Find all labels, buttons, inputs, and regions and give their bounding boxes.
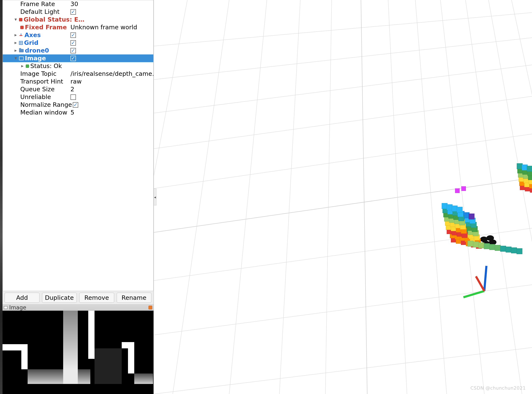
remove-button[interactable]: Remove	[79, 293, 114, 303]
tree-row-axes[interactable]: ▸Axes	[3, 31, 153, 39]
tree-label: Global Status: E…	[24, 16, 85, 23]
tree-label: Frame Rate	[20, 0, 55, 8]
tree-value: /iris/realsense/depth_came…	[71, 70, 153, 78]
svg-line-2	[154, 65, 532, 113]
grid-icon	[19, 41, 23, 45]
svg-line-13	[325, 0, 332, 394]
tree-value: Unknown frame world	[71, 23, 137, 31]
tree-label: Default Light	[20, 8, 60, 16]
svg-line-21	[463, 291, 484, 297]
tree-label: Queue Size	[20, 85, 55, 93]
launcher-edge	[0, 0, 3, 394]
svg-line-9	[154, 0, 187, 394]
close-icon[interactable]	[148, 306, 152, 309]
grid-plane	[154, 0, 532, 394]
visibility-checkbox[interactable]	[71, 94, 76, 100]
tree-row-default-light[interactable]: Default Light	[3, 8, 153, 16]
panel-collapse-handle[interactable]: ◂	[154, 189, 157, 205]
tree-row-image-topic[interactable]: Image Topic/iris/realsense/depth_came…	[3, 70, 153, 78]
watermark: CSDN @chunchun2021	[470, 385, 526, 391]
tree-row-normalize-range[interactable]: Normalize Range	[3, 101, 153, 109]
tree-row-median-window[interactable]: Median window5	[3, 109, 153, 116]
axes-icon	[19, 33, 23, 37]
tree-row-frame-rate[interactable]: Frame Rate30	[3, 0, 153, 8]
tree-label: Normalize Range	[20, 101, 72, 109]
svg-line-16	[415, 0, 447, 394]
image-dock-titlebar[interactable]: Image	[3, 304, 153, 311]
error-status-icon	[20, 26, 24, 29]
visibility-checkbox[interactable]	[71, 48, 76, 53]
tree-value: 5	[71, 109, 74, 116]
expand-arrow-icon[interactable]: ▸	[14, 40, 18, 46]
svg-line-19	[488, 0, 532, 394]
image-icon	[4, 306, 8, 309]
tree-row-queue-size[interactable]: Queue Size2	[3, 85, 153, 93]
expand-arrow-icon[interactable]: ▾	[14, 55, 18, 61]
error-status-icon	[19, 18, 22, 21]
3d-viewport[interactable]: ◂	[154, 0, 532, 394]
svg-line-18	[466, 0, 522, 394]
visibility-checkbox[interactable]	[71, 40, 76, 46]
rename-button[interactable]: Rename	[117, 293, 152, 303]
svg-line-0	[154, 13, 532, 46]
expand-arrow-icon[interactable]: ▾	[14, 16, 18, 22]
visibility-checkbox[interactable]	[71, 56, 76, 61]
ok-status-icon	[26, 64, 29, 68]
tree-row-grid[interactable]: ▸Grid	[3, 39, 153, 47]
tree-label: Image Topic	[20, 70, 56, 78]
svg-line-11	[229, 0, 267, 394]
image-dock-title: Image	[9, 304, 26, 311]
svg-line-17	[441, 0, 484, 394]
svg-line-14	[361, 0, 367, 394]
panel-button-bar: Add Duplicate Remove Rename	[3, 291, 153, 304]
tree-row-unreliable[interactable]: Unreliable	[3, 93, 153, 101]
app-root: Frame Rate30Default Light▾Global Status:…	[0, 0, 532, 394]
visibility-checkbox[interactable]	[71, 9, 76, 15]
image-icon	[19, 57, 24, 60]
tree-row-transport-hint[interactable]: Transport Hintraw	[3, 78, 153, 85]
image-dock-view[interactable]	[3, 311, 153, 394]
tree-label: drone0	[25, 47, 49, 54]
duplicate-button[interactable]: Duplicate	[42, 293, 77, 303]
tree-value: 30	[71, 0, 78, 8]
axes-gizmo	[461, 264, 507, 301]
expand-arrow-icon[interactable]: ▸	[20, 63, 25, 69]
tree-label: Axes	[25, 31, 41, 39]
svg-line-12	[279, 0, 300, 394]
tree-label: Unreliable	[20, 93, 51, 101]
tree-label: Grid	[24, 39, 39, 47]
add-button[interactable]: Add	[5, 293, 40, 303]
svg-line-15	[388, 0, 407, 394]
side-panel: Frame Rate30Default Light▾Global Status:…	[3, 0, 154, 394]
visibility-checkbox[interactable]	[71, 32, 76, 38]
folder-icon	[19, 49, 24, 52]
tree-label: Fixed Frame	[25, 23, 67, 31]
tree-label: Status: Ok	[30, 62, 62, 70]
tree-label: Image	[25, 54, 46, 62]
expand-arrow-icon[interactable]: ▸	[14, 47, 18, 53]
tree-row-status-ok[interactable]: ▸Status: Ok	[3, 62, 153, 70]
svg-line-3	[154, 96, 532, 149]
tree-row-drone0[interactable]: ▸drone0	[3, 47, 153, 54]
tree-label: Median window	[20, 109, 67, 116]
tree-row-fixed-frame[interactable]: Fixed FrameUnknown frame world	[3, 23, 153, 31]
svg-line-4	[154, 134, 532, 188]
svg-line-10	[173, 0, 229, 394]
displays-tree[interactable]: Frame Rate30Default Light▾Global Status:…	[3, 0, 153, 291]
tree-row-image[interactable]: ▾Image	[3, 54, 153, 62]
svg-line-22	[484, 266, 486, 291]
tree-value: 2	[71, 85, 74, 93]
svg-line-20	[512, 0, 532, 394]
expand-arrow-icon[interactable]: ▸	[14, 32, 18, 38]
tree-label: Transport Hint	[20, 78, 63, 85]
depth-image	[3, 311, 153, 394]
tree-value: raw	[71, 78, 81, 85]
svg-line-23	[476, 276, 484, 291]
svg-line-1	[154, 38, 532, 80]
tree-row-global-status-e-[interactable]: ▾Global Status: E…	[3, 16, 153, 23]
visibility-checkbox[interactable]	[73, 102, 78, 108]
